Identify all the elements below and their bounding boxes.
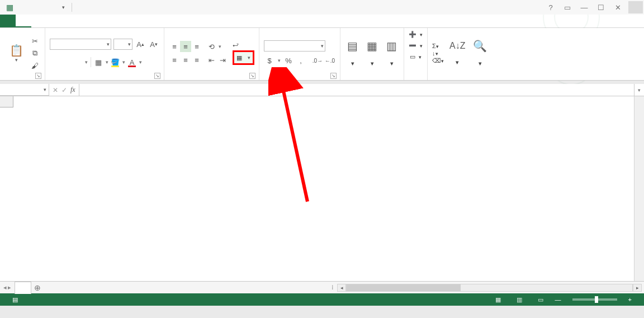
scroll-right-button[interactable]: ▸ — [633, 284, 642, 292]
select-all-corner[interactable] — [0, 96, 13, 107]
number-format-combo[interactable]: ▾ — [264, 40, 325, 52]
format-painter-button[interactable]: 🖌 — [29, 60, 40, 71]
qat-undo-icon[interactable] — [30, 1, 42, 13]
help-button[interactable]: ? — [542, 1, 559, 14]
page-layout-view-button[interactable]: ▥ — [513, 294, 526, 305]
italic-button[interactable] — [61, 57, 72, 68]
clear-icon: ⌫ — [432, 57, 441, 64]
borders-button[interactable]: ▦ — [93, 57, 104, 68]
clear-button[interactable]: ⌫▾ — [432, 57, 444, 64]
sheet-tab-sheet1[interactable] — [15, 282, 31, 294]
cancel-formula-button[interactable]: ✕ — [53, 86, 58, 94]
zoom-in-button[interactable]: + — [628, 296, 632, 303]
sort-icon: A↓Z — [449, 40, 465, 51]
qat-redo-icon[interactable] — [44, 1, 56, 13]
page-break-view-button[interactable]: ▭ — [534, 294, 547, 305]
format-icon: ▭ — [410, 53, 415, 60]
find-select-button[interactable]: 🔍 ▾ — [471, 38, 489, 68]
comma-format-button[interactable]: , — [295, 55, 306, 66]
font-launcher[interactable]: ↘ — [154, 73, 160, 79]
format-as-table-button[interactable]: ▦ ▾ — [364, 38, 380, 68]
name-box[interactable]: ▾ — [0, 84, 49, 96]
font-color-button[interactable]: A — [126, 57, 138, 68]
macro-record-icon[interactable]: ▤ — [12, 296, 18, 303]
enter-formula-button[interactable]: ✓ — [61, 86, 67, 94]
minimize-button[interactable]: — — [576, 1, 593, 14]
increase-indent-button[interactable]: ⇥ — [217, 54, 228, 66]
formula-input[interactable] — [79, 84, 634, 96]
increase-decimal-button[interactable]: .0→ — [312, 55, 323, 66]
close-button[interactable]: ✕ — [609, 1, 626, 14]
tab-data[interactable] — [78, 14, 94, 27]
shrink-font-button[interactable]: A▾ — [148, 39, 159, 50]
horizontal-scrollbar[interactable] — [346, 284, 633, 292]
worksheet-grid[interactable] — [0, 96, 644, 281]
insert-function-button[interactable]: fx — [70, 86, 75, 94]
sheet-nav-first[interactable]: ◂ — [3, 284, 7, 291]
wrap-text-icon: ⮐ — [233, 41, 239, 48]
scroll-left-button[interactable]: ◂ — [337, 284, 346, 292]
tab-review[interactable] — [94, 14, 110, 27]
clipboard-icon: 📋 — [10, 44, 23, 57]
tab-page-layout[interactable] — [47, 14, 63, 27]
qat-save-icon[interactable] — [17, 1, 29, 13]
delete-cells-button[interactable]: ➖ ▾ — [409, 40, 423, 51]
ribbon-display-button[interactable]: ▭ — [559, 1, 576, 14]
merge-icon: ▦ — [236, 54, 242, 62]
bold-button[interactable] — [50, 57, 61, 68]
sheet-tab-bar: ◂ ▸ ⊕ ⁞ ◂ ▸ — [0, 281, 644, 293]
fill-button[interactable]: ↓▾ — [432, 50, 444, 57]
fill-color-button[interactable]: 🪣 — [110, 57, 121, 68]
align-bottom-button[interactable]: ≡ — [191, 41, 202, 52]
tab-file[interactable] — [0, 14, 16, 27]
decrease-decimal-button[interactable]: ←.0 — [324, 55, 335, 66]
accounting-format-button[interactable]: $ — [264, 55, 275, 66]
zoom-out-button[interactable]: — — [555, 296, 561, 303]
user-avatar[interactable] — [628, 1, 643, 13]
insert-cells-button[interactable]: ➕ ▾ — [409, 29, 423, 40]
tab-home[interactable] — [16, 14, 31, 27]
sum-icon: Σ — [432, 43, 436, 49]
copy-button[interactable]: ⧉ — [29, 48, 40, 59]
align-right-button[interactable]: ≡ — [191, 54, 202, 66]
ribbon: 📋 ▾ ✂ ⧉ 🖌 ↘ ▾ ▾ A▴ A▾ ▾ — [0, 28, 644, 81]
orientation-button[interactable]: ⟲ — [206, 41, 217, 52]
new-sheet-button[interactable]: ⊕ — [31, 282, 44, 294]
zoom-slider[interactable] — [572, 298, 617, 301]
conditional-formatting-icon: ▤ — [347, 39, 358, 53]
tab-formulas[interactable] — [63, 14, 78, 27]
font-name-combo[interactable]: ▾ — [50, 39, 111, 50]
autosum-button[interactable]: Σ▾ — [432, 43, 444, 49]
merge-center-button[interactable]: ▦ ▾ — [233, 50, 254, 65]
tab-insert[interactable] — [31, 14, 47, 27]
align-left-button[interactable]: ≡ — [169, 54, 180, 66]
wrap-text-button[interactable]: ⮐ — [233, 41, 254, 48]
vertical-scrollbar[interactable] — [634, 96, 644, 281]
tab-view[interactable] — [110, 14, 125, 27]
ribbon-tabs — [0, 15, 644, 28]
format-cells-button[interactable]: ▭ ▾ — [410, 52, 422, 62]
align-center-button[interactable]: ≡ — [180, 54, 191, 66]
decrease-indent-button[interactable]: ⇤ — [206, 54, 217, 66]
maximize-button[interactable]: ☐ — [593, 1, 609, 14]
percent-format-button[interactable]: % — [283, 55, 294, 66]
align-middle-button[interactable]: ≡ — [180, 41, 191, 52]
cell-styles-button[interactable]: ▥ ▾ — [384, 38, 399, 68]
cut-button[interactable]: ✂ — [29, 35, 40, 46]
sort-filter-button[interactable]: A↓Z ▾ — [447, 39, 467, 67]
conditional-formatting-button[interactable]: ▤ ▾ — [345, 38, 360, 68]
qat-customize-icon[interactable]: ▾ — [57, 1, 69, 13]
align-top-button[interactable]: ≡ — [169, 41, 180, 52]
underline-button[interactable] — [72, 57, 83, 68]
font-size-combo[interactable]: ▾ — [113, 39, 132, 50]
expand-formula-bar[interactable]: ▾ — [634, 84, 644, 96]
grow-font-button[interactable]: A▴ — [135, 39, 146, 50]
paste-button[interactable]: 📋 ▾ — [4, 35, 28, 71]
alignment-launcher[interactable]: ↘ — [249, 73, 255, 79]
number-launcher[interactable]: ↘ — [330, 73, 337, 79]
normal-view-button[interactable]: ▦ — [491, 294, 505, 305]
clipboard-launcher[interactable]: ↘ — [35, 73, 41, 79]
delete-icon: ➖ — [409, 42, 416, 49]
excel-app-icon: ▦ — [3, 1, 16, 13]
sheet-nav-last[interactable]: ▸ — [8, 284, 11, 291]
